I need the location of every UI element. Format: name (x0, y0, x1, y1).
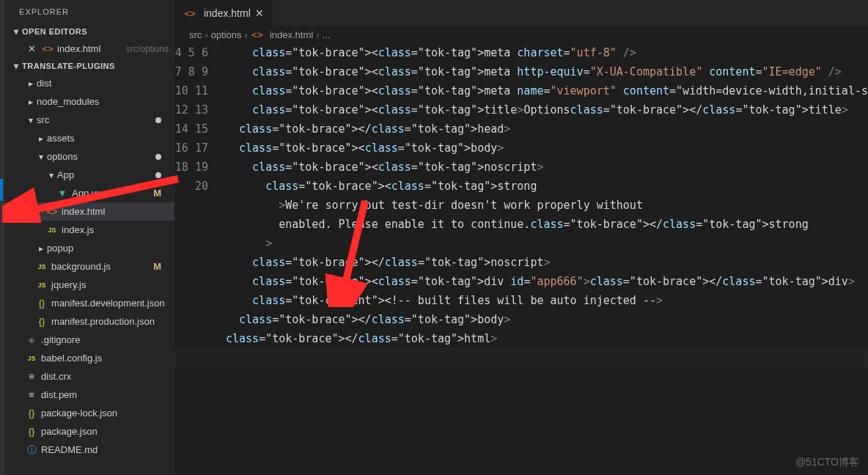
file-package.json[interactable]: {}package.json (4, 422, 174, 441)
file-jquery.js[interactable]: JSjquery.js (4, 276, 174, 294)
tree-item-label: assets (47, 133, 169, 144)
chevron-down-icon (25, 115, 37, 125)
file-package-lock.json[interactable]: {}package-lock.json (4, 404, 174, 422)
file-manifest.production.json[interactable]: {}manifest.production.json (4, 312, 174, 331)
editor-pane: <> index.html ✕ src › options › <> index… (174, 0, 868, 475)
breadcrumb-item[interactable]: ... (323, 29, 331, 40)
chevron-right-icon (25, 78, 37, 89)
line-numbers: 4 5 6 7 8 9 10 11 12 13 14 15 16 17 18 1… (174, 43, 226, 475)
chevron-down-icon (10, 26, 22, 37)
open-editor-path: src/options (126, 44, 169, 54)
file-README.md[interactable]: ⓘREADME.md (4, 441, 174, 459)
js-icon: JS (25, 355, 38, 362)
open-editors-header[interactable]: OPEN EDITORS (4, 23, 174, 40)
json-icon: {} (25, 426, 38, 437)
tree-item-label: src (37, 114, 155, 125)
open-editor-name: index.html (57, 43, 122, 54)
js-icon: JS (35, 281, 48, 289)
folder-dist[interactable]: dist (4, 74, 174, 92)
open-editor-item[interactable]: ✕ <> index.html src/options (4, 40, 174, 58)
project-header[interactable]: TRANSLATE-PLUGINS (4, 58, 174, 74)
modified-badge: M (153, 188, 161, 199)
tree-item-label: babel.config.js (41, 353, 169, 364)
tree-item-label: node_modules (37, 96, 169, 107)
tree-item-label: manifest.production.json (51, 316, 169, 327)
tree-item-label: App.vue (72, 188, 153, 199)
breadcrumb[interactable]: src › options › <> index.html › ... (174, 26, 868, 43)
tree-item-label: App (57, 169, 155, 180)
folder-popup[interactable]: popup (4, 239, 174, 257)
tree-item-label: options (47, 151, 155, 162)
editor-tab-index-html[interactable]: <> index.html ✕ (174, 0, 273, 26)
tree-item-label: index.html (62, 206, 169, 217)
file-index.js[interactable]: JSindex.js (4, 221, 174, 239)
tree-item-label: dist.crx (41, 371, 169, 382)
tree-item-label: index.js (62, 224, 169, 235)
file-.gitignore[interactable]: ◈.gitignore (4, 331, 174, 349)
chevron-right-icon: › (205, 29, 207, 40)
file-dist.pem[interactable]: ≡dist.pem (4, 386, 174, 404)
tree-item-label: background.js (51, 261, 153, 272)
html-icon: <> (45, 206, 59, 217)
folder-assets[interactable]: assets (4, 129, 174, 147)
json-icon: {} (35, 298, 48, 309)
modified-dot-icon (155, 154, 161, 160)
json-icon: {} (25, 408, 38, 419)
modified-badge: M (153, 261, 161, 272)
file-dist.crx[interactable]: ≡dist.crx (4, 367, 174, 386)
tree-item-label: .gitignore (41, 334, 169, 345)
chevron-right-icon: › (316, 29, 319, 40)
close-icon[interactable]: ✕ (255, 7, 264, 19)
chevron-down-icon (45, 170, 57, 180)
tab-label: index.html (204, 7, 251, 19)
modified-dot-icon (155, 117, 161, 123)
file-manifest.development.json[interactable]: {}manifest.development.json (4, 294, 174, 312)
chevron-down-icon (10, 61, 22, 71)
file-background.js[interactable]: JSbackground.jsM (4, 257, 174, 276)
git-icon: ◈ (25, 334, 38, 345)
modified-dot-icon (155, 172, 161, 178)
explorer-title: EXPLORER (4, 0, 174, 23)
chevron-right-icon: › (245, 29, 248, 40)
tree-item-label: popup (47, 243, 169, 254)
breadcrumb-item[interactable]: src (189, 29, 202, 40)
file-babel.config.js[interactable]: JSbabel.config.js (4, 349, 174, 367)
tree-item-label: jquery.js (51, 279, 169, 290)
text-icon: ≡ (25, 371, 38, 382)
js-icon: JS (35, 263, 48, 270)
file-App.vue[interactable]: ▼App.vueM (4, 184, 174, 202)
breadcrumb-item[interactable]: index.html (270, 29, 313, 40)
html-icon: <> (41, 43, 54, 54)
explorer-sidebar: EXPLORER OPEN EDITORS ✕ <> index.html sr… (4, 0, 174, 475)
breadcrumb-item[interactable]: options (211, 29, 242, 40)
file-tree: distnode_modulessrcassetsoptionsApp▼App.… (4, 74, 174, 459)
tree-item-label: README.md (41, 444, 169, 455)
code-content[interactable]: class="tok-brace"><class="tok-tag">meta … (226, 43, 868, 475)
tree-item-label: package.json (41, 426, 169, 437)
watermark: @51CTO博客 (795, 456, 859, 469)
close-icon[interactable]: ✕ (25, 43, 38, 54)
project-label: TRANSLATE-PLUGINS (22, 62, 115, 70)
folder-options[interactable]: options (4, 147, 174, 166)
file-index.html[interactable]: <>index.html (4, 202, 174, 221)
tree-item-label: manifest.development.json (51, 298, 169, 309)
json-icon: {} (35, 316, 48, 327)
chevron-right-icon (35, 243, 47, 254)
chevron-right-icon (25, 97, 37, 107)
chevron-down-icon (35, 152, 47, 162)
tree-item-label: dist (37, 78, 169, 89)
chevron-right-icon (35, 133, 47, 144)
vue-icon: ▼ (56, 188, 69, 199)
code-area[interactable]: 4 5 6 7 8 9 10 11 12 13 14 15 16 17 18 1… (174, 43, 868, 475)
html-icon: <> (183, 8, 196, 19)
folder-src[interactable]: src (4, 111, 174, 129)
folder-node_modules[interactable]: node_modules (4, 92, 174, 111)
info-icon: ⓘ (25, 443, 38, 457)
folder-App[interactable]: App (4, 166, 174, 184)
html-icon: <> (251, 29, 264, 40)
tree-item-label: package-lock.json (41, 408, 169, 419)
text-icon: ≡ (25, 389, 38, 400)
editor-tabs: <> index.html ✕ (174, 0, 868, 26)
open-editors-label: OPEN EDITORS (22, 27, 87, 36)
tree-item-label: dist.pem (41, 389, 169, 400)
